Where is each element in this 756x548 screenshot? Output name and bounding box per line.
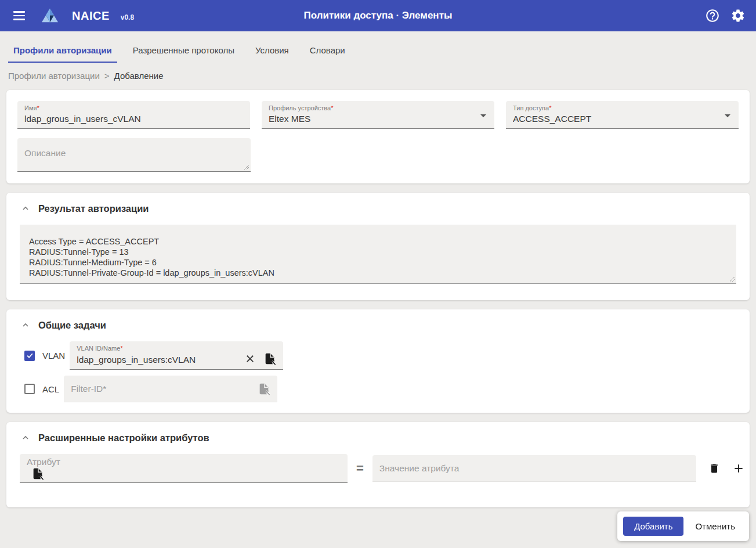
authorization-result-box: Access Type = ACCESS_ACCEPT RADIUS:Tunne… — [20, 225, 736, 284]
acl-checkbox[interactable] — [24, 384, 35, 394]
authorization-result-header: Результат авторизации — [17, 201, 739, 214]
common-tasks-header: Общие задачи — [17, 318, 739, 331]
tab-conditions[interactable]: Условия — [250, 45, 294, 63]
clear-button[interactable] — [245, 354, 255, 364]
delete-attribute-button[interactable] — [707, 461, 722, 476]
tab-allowed-protocols[interactable]: Разрешенные протоколы — [128, 45, 240, 63]
file-select-icon — [258, 383, 270, 395]
top-app-bar: NAICE v0.8 Политики доступа · Элементы — [0, 0, 756, 31]
section-title: Расширенные настройки атрибутов — [38, 432, 209, 444]
close-icon — [245, 354, 255, 364]
access-type-label: Тип доступа* — [513, 104, 732, 112]
attribute-row: = — [20, 454, 736, 483]
file-select-icon — [263, 352, 276, 365]
select-from-dictionary-button[interactable] — [31, 467, 44, 480]
help-icon — [705, 8, 720, 23]
name-label: Имя* — [24, 104, 243, 112]
attribute-input[interactable] — [27, 457, 341, 467]
gear-icon — [730, 8, 746, 23]
collapse-button[interactable] — [20, 319, 31, 331]
section-title: Результат авторизации — [38, 203, 149, 214]
common-tasks-card: Общие задачи VLAN VLAN ID/Name* — [6, 309, 750, 413]
chevron-up-icon — [21, 204, 30, 213]
collapse-button[interactable] — [20, 203, 31, 214]
hamburger-icon — [13, 11, 25, 20]
app-version: v0.8 — [121, 13, 134, 21]
breadcrumb-separator-icon: > — [104, 71, 110, 81]
vlan-checkbox-label: VLAN — [42, 351, 65, 360]
tab-dictionaries[interactable]: Словари — [305, 45, 350, 63]
attribute-field[interactable] — [20, 454, 348, 483]
description-textarea[interactable] — [17, 138, 251, 171]
vlan-checkbox[interactable] — [24, 351, 35, 361]
dropdown-arrow-icon[interactable] — [725, 114, 730, 117]
name-field[interactable]: Имя* — [17, 101, 250, 129]
select-from-dictionary-button[interactable] — [263, 352, 276, 365]
plus-icon — [733, 463, 744, 474]
breadcrumb: Профили авторизации > Добавление — [8, 71, 756, 81]
app-name: NAICE — [72, 9, 110, 23]
tab-authorization-profiles[interactable]: Профили авторизации — [8, 45, 117, 63]
attribute-row-actions — [707, 461, 746, 476]
advanced-attributes-card: Расширенные настройки атрибутов — [6, 422, 750, 507]
help-button[interactable] — [704, 7, 721, 24]
dropdown-arrow-icon[interactable] — [480, 114, 486, 117]
settings-button[interactable] — [729, 7, 747, 24]
action-bar: Добавить Отменить — [617, 511, 749, 541]
menu-button[interactable] — [9, 6, 29, 26]
vlan-id-field[interactable]: VLAN ID/Name* — [70, 341, 283, 370]
submit-button[interactable]: Добавить — [623, 517, 683, 536]
select-from-dictionary-button[interactable] — [258, 383, 270, 395]
advanced-attributes-header: Расширенные настройки атрибутов — [17, 431, 739, 444]
breadcrumb-parent[interactable]: Профили авторизации — [8, 71, 100, 81]
acl-task-row: ACL — [24, 376, 739, 402]
trash-icon — [708, 463, 720, 474]
app-logo-icon — [41, 8, 59, 24]
device-profile-label: Профиль устройства* — [269, 104, 487, 112]
attribute-value-input[interactable] — [379, 463, 689, 474]
topbar-right — [704, 7, 747, 24]
cancel-button[interactable]: Отменить — [687, 517, 743, 536]
access-type-select[interactable]: Тип доступа* — [506, 101, 739, 129]
add-attribute-button[interactable] — [731, 461, 746, 476]
name-input[interactable] — [24, 112, 243, 124]
form-row-1: Имя* Профиль устройства* Тип доступа* — [17, 101, 739, 129]
collapse-button[interactable] — [20, 432, 31, 444]
page-title: Политики доступа · Элементы — [304, 10, 453, 21]
vlan-id-input[interactable] — [77, 353, 240, 365]
form-row-2 — [17, 129, 739, 172]
chevron-up-icon — [21, 320, 30, 330]
acl-checkbox-label: ACL — [42, 384, 59, 394]
vlan-id-label: VLAN ID/Name* — [77, 345, 276, 352]
filter-id-input[interactable] — [71, 384, 253, 394]
chevron-up-icon — [21, 433, 30, 442]
vlan-task-row: VLAN VLAN ID/Name* — [24, 341, 739, 370]
section-title: Общие задачи — [38, 320, 106, 331]
authorization-result-card: Результат авторизации Access Type = ACCE… — [6, 193, 750, 300]
device-profile-select[interactable]: Профиль устройства* — [262, 101, 494, 129]
filter-id-field[interactable] — [64, 376, 277, 402]
topbar-left: NAICE v0.8 — [9, 6, 134, 26]
equals-sign: = — [356, 461, 364, 476]
profile-form-card: Имя* Профиль устройства* Тип доступа* — [6, 90, 750, 183]
tab-bar: Профили авторизации Разрешенные протокол… — [8, 45, 756, 63]
access-type-value[interactable] — [513, 112, 732, 124]
breadcrumb-current: Добавление — [114, 71, 164, 81]
authorization-result-textarea[interactable]: Access Type = ACCESS_ACCEPT RADIUS:Tunne… — [20, 225, 736, 283]
file-select-icon — [31, 467, 44, 480]
attribute-value-field[interactable] — [372, 455, 696, 482]
description-field[interactable] — [17, 138, 251, 172]
device-profile-value[interactable] — [269, 112, 487, 124]
check-icon — [26, 352, 34, 359]
